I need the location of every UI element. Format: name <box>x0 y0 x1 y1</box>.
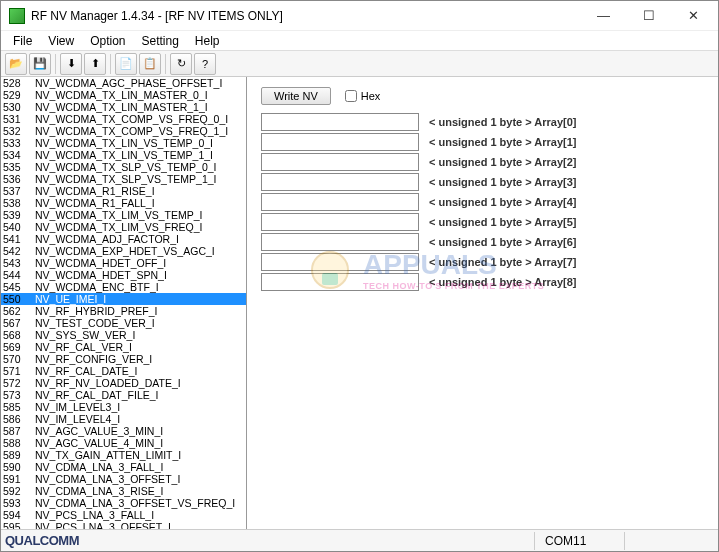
open-icon[interactable]: 📂 <box>5 53 27 75</box>
array-row: < unsigned 1 byte > Array[2] <box>261 153 704 171</box>
help-icon[interactable]: ? <box>194 53 216 75</box>
list-item[interactable]: 572NV_RF_NV_LOADED_DATE_I <box>1 377 246 389</box>
list-item-id: 589 <box>3 449 35 461</box>
menu-option[interactable]: Option <box>82 32 133 50</box>
list-item[interactable]: 590NV_CDMA_LNA_3_FALL_I <box>1 461 246 473</box>
list-item[interactable]: 595NV_PCS_LNA_3_OFFSET_I <box>1 521 246 529</box>
list-item-id: 573 <box>3 389 35 401</box>
list-item[interactable]: 591NV_CDMA_LNA_3_OFFSET_I <box>1 473 246 485</box>
list-item[interactable]: 562NV_RF_HYBRID_PREF_I <box>1 305 246 317</box>
list-item[interactable]: 528NV_WCDMA_AGC_PHASE_OFFSET_I <box>1 77 246 89</box>
list-item[interactable]: 586NV_IM_LEVEL4_I <box>1 413 246 425</box>
list-item-id: 569 <box>3 341 35 353</box>
write-icon[interactable]: ⬆ <box>84 53 106 75</box>
read-icon[interactable]: ⬇ <box>60 53 82 75</box>
array-value-input[interactable] <box>261 113 419 131</box>
list-item-name: NV_WCDMA_TX_LIN_MASTER_1_I <box>35 101 244 113</box>
list-item[interactable]: 544NV_WCDMA_HDET_SPN_I <box>1 269 246 281</box>
list-item[interactable]: 573NV_RF_CAL_DAT_FILE_I <box>1 389 246 401</box>
list-item[interactable]: 540NV_WCDMA_TX_LIM_VS_FREQ_I <box>1 221 246 233</box>
list-item-id: 571 <box>3 365 35 377</box>
list-item[interactable]: 550NV_UE_IMEI_I <box>1 293 246 305</box>
list-item-name: NV_RF_HYBRID_PREF_I <box>35 305 244 317</box>
list-item[interactable]: 543NV_WCDMA_HDET_OFF_I <box>1 257 246 269</box>
save-icon[interactable]: 💾 <box>29 53 51 75</box>
statusbar: QUALCOMM COM11 <box>1 529 718 551</box>
list-item-name: NV_RF_CAL_VER_I <box>35 341 244 353</box>
list-item[interactable]: 538NV_WCDMA_R1_FALL_I <box>1 197 246 209</box>
list-item[interactable]: 537NV_WCDMA_R1_RISE_I <box>1 185 246 197</box>
array-type-label: < unsigned 1 byte > Array[3] <box>429 176 577 188</box>
array-value-input[interactable] <box>261 253 419 271</box>
array-value-input[interactable] <box>261 273 419 291</box>
array-value-input[interactable] <box>261 153 419 171</box>
array-value-input[interactable] <box>261 233 419 251</box>
array-row: < unsigned 1 byte > Array[8] <box>261 273 704 291</box>
menu-file[interactable]: File <box>5 32 40 50</box>
close-button[interactable]: ✕ <box>671 2 716 30</box>
refresh-icon[interactable]: ↻ <box>170 53 192 75</box>
list-item[interactable]: 571NV_RF_CAL_DATE_I <box>1 365 246 377</box>
list-item-id: 543 <box>3 257 35 269</box>
nv-item-list[interactable]: 528NV_WCDMA_AGC_PHASE_OFFSET_I529NV_WCDM… <box>1 77 247 529</box>
paste-icon[interactable]: 📋 <box>139 53 161 75</box>
list-item-id: 595 <box>3 521 35 529</box>
list-item-name: NV_RF_CAL_DAT_FILE_I <box>35 389 244 401</box>
list-item-id: 545 <box>3 281 35 293</box>
list-item[interactable]: 533NV_WCDMA_TX_LIN_VS_TEMP_0_I <box>1 137 246 149</box>
list-item[interactable]: 534NV_WCDMA_TX_LIN_VS_TEMP_1_I <box>1 149 246 161</box>
array-value-input[interactable] <box>261 173 419 191</box>
menu-setting[interactable]: Setting <box>134 32 187 50</box>
array-type-label: < unsigned 1 byte > Array[1] <box>429 136 577 148</box>
array-type-label: < unsigned 1 byte > Array[8] <box>429 276 577 288</box>
list-item-name: NV_IM_LEVEL3_I <box>35 401 244 413</box>
list-item-id: 536 <box>3 173 35 185</box>
copy-icon[interactable]: 📄 <box>115 53 137 75</box>
list-item-id: 572 <box>3 377 35 389</box>
menu-help[interactable]: Help <box>187 32 228 50</box>
list-item[interactable]: 569NV_RF_CAL_VER_I <box>1 341 246 353</box>
list-item[interactable]: 567NV_TEST_CODE_VER_I <box>1 317 246 329</box>
array-row: < unsigned 1 byte > Array[3] <box>261 173 704 191</box>
array-value-input[interactable] <box>261 133 419 151</box>
list-item-id: 534 <box>3 149 35 161</box>
list-item-name: NV_WCDMA_TX_COMP_VS_FREQ_1_I <box>35 125 244 137</box>
list-item[interactable]: 542NV_WCDMA_EXP_HDET_VS_AGC_I <box>1 245 246 257</box>
list-item-name: NV_WCDMA_TX_SLP_VS_TEMP_0_I <box>35 161 244 173</box>
menu-view[interactable]: View <box>40 32 82 50</box>
list-item[interactable]: 530NV_WCDMA_TX_LIN_MASTER_1_I <box>1 101 246 113</box>
list-item[interactable]: 587NV_AGC_VALUE_3_MIN_I <box>1 425 246 437</box>
list-item-name: NV_WCDMA_R1_FALL_I <box>35 197 244 209</box>
list-item[interactable]: 529NV_WCDMA_TX_LIN_MASTER_0_I <box>1 89 246 101</box>
list-item[interactable]: 539NV_WCDMA_TX_LIM_VS_TEMP_I <box>1 209 246 221</box>
array-row: < unsigned 1 byte > Array[4] <box>261 193 704 211</box>
list-item-name: NV_WCDMA_R1_RISE_I <box>35 185 244 197</box>
hex-checkbox[interactable]: Hex <box>345 90 381 102</box>
list-item[interactable]: 593NV_CDMA_LNA_3_OFFSET_VS_FREQ_I <box>1 497 246 509</box>
list-item[interactable]: 568NV_SYS_SW_VER_I <box>1 329 246 341</box>
list-item[interactable]: 536NV_WCDMA_TX_SLP_VS_TEMP_1_I <box>1 173 246 185</box>
toolbar-separator <box>55 54 56 74</box>
list-item[interactable]: 570NV_RF_CONFIG_VER_I <box>1 353 246 365</box>
minimize-button[interactable]: — <box>581 2 626 30</box>
list-item[interactable]: 589NV_TX_GAIN_ATTEN_LIMIT_I <box>1 449 246 461</box>
list-item[interactable]: 545NV_WCDMA_ENC_BTF_I <box>1 281 246 293</box>
list-item-name: NV_WCDMA_HDET_SPN_I <box>35 269 244 281</box>
list-item[interactable]: 592NV_CDMA_LNA_3_RISE_I <box>1 485 246 497</box>
titlebar: RF NV Manager 1.4.34 - [RF NV ITEMS ONLY… <box>1 1 718 31</box>
list-item[interactable]: 585NV_IM_LEVEL3_I <box>1 401 246 413</box>
array-value-input[interactable] <box>261 193 419 211</box>
list-item-name: NV_AGC_VALUE_3_MIN_I <box>35 425 244 437</box>
list-item[interactable]: 588NV_AGC_VALUE_4_MIN_I <box>1 437 246 449</box>
list-item[interactable]: 594NV_PCS_LNA_3_FALL_I <box>1 509 246 521</box>
list-item[interactable]: 532NV_WCDMA_TX_COMP_VS_FREQ_1_I <box>1 125 246 137</box>
array-value-input[interactable] <box>261 213 419 231</box>
list-item-name: NV_WCDMA_TX_COMP_VS_FREQ_0_I <box>35 113 244 125</box>
list-item-name: NV_PCS_LNA_3_OFFSET_I <box>35 521 244 529</box>
hex-checkbox-input[interactable] <box>345 90 357 102</box>
list-item[interactable]: 541NV_WCDMA_ADJ_FACTOR_I <box>1 233 246 245</box>
maximize-button[interactable]: ☐ <box>626 2 671 30</box>
list-item[interactable]: 531NV_WCDMA_TX_COMP_VS_FREQ_0_I <box>1 113 246 125</box>
list-item[interactable]: 535NV_WCDMA_TX_SLP_VS_TEMP_0_I <box>1 161 246 173</box>
write-nv-button[interactable]: Write NV <box>261 87 331 105</box>
